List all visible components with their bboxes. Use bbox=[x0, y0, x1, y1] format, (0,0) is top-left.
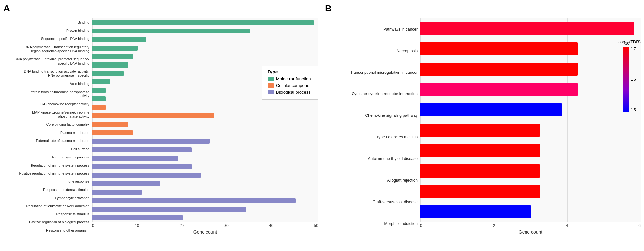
y-label-a: Positive regulation of immune system pro… bbox=[19, 171, 89, 176]
bar-row bbox=[92, 171, 318, 179]
panel-b-label: B bbox=[325, 3, 332, 14]
bar bbox=[92, 164, 192, 169]
y-axis-labels-a: BindingProtein bindingSequence-specific … bbox=[3, 18, 92, 235]
x-axis-b: 0246 bbox=[420, 222, 641, 228]
y-label-b: Pathways in cancer bbox=[383, 27, 418, 31]
panel-a: A BindingProtein bindingSequence-specifi… bbox=[0, 0, 322, 251]
bar-row bbox=[92, 129, 318, 137]
y-label-a: Response to stimulus bbox=[56, 212, 89, 216]
y-label-a: Sequence-specific DNA binding bbox=[41, 37, 89, 41]
panel-b: B Pathways in cancerNecroptosisTranscrip… bbox=[322, 0, 644, 251]
bar-row bbox=[92, 27, 318, 35]
bar-b bbox=[420, 144, 540, 157]
bar-row bbox=[92, 154, 318, 162]
chart-a-container: BindingProtein bindingSequence-specific … bbox=[3, 18, 318, 235]
x-axis-a: 01020304050 bbox=[92, 222, 318, 228]
bar-row bbox=[92, 213, 318, 222]
y-label-a: Immune response bbox=[62, 179, 89, 184]
x-title-b: Gene count bbox=[420, 229, 641, 235]
bar bbox=[92, 139, 210, 144]
x-tick-b: 0 bbox=[420, 223, 422, 228]
y-label-a: Actin binding bbox=[70, 82, 89, 86]
y-label-b: Allograft rejection bbox=[387, 178, 418, 183]
y-label-a: Core-binding factor complex bbox=[46, 122, 89, 127]
bar-b bbox=[420, 185, 540, 198]
y-label-b: Graft-versus-host disease bbox=[373, 200, 418, 204]
bars-and-x-a: 01020304050 Gene count bbox=[92, 18, 318, 235]
bar-row-b bbox=[420, 120, 641, 140]
y-label-a: Lymphocyte activation bbox=[55, 196, 90, 200]
bar bbox=[92, 54, 133, 59]
chart-b-container: Pathways in cancerNecroptosisTranscripti… bbox=[325, 18, 641, 235]
bar bbox=[92, 207, 246, 212]
bar bbox=[92, 46, 138, 51]
bar-row-b bbox=[420, 18, 641, 39]
x-tick: 20 bbox=[180, 223, 184, 228]
bar-row-b bbox=[420, 161, 641, 181]
bar bbox=[92, 37, 146, 42]
bar-row bbox=[92, 61, 318, 69]
bar-row bbox=[92, 44, 318, 52]
y-axis-labels-b: Pathways in cancerNecroptosisTranscripti… bbox=[325, 18, 420, 235]
bar-row-b bbox=[420, 59, 641, 79]
bar-row bbox=[92, 120, 318, 129]
x-tick-b: 6 bbox=[638, 223, 641, 228]
bar-row bbox=[92, 188, 318, 197]
bar bbox=[92, 88, 106, 93]
y-label-a: DNA-binding transcription activator acti… bbox=[24, 69, 89, 77]
bar-row bbox=[92, 205, 318, 213]
bar bbox=[92, 113, 214, 118]
bar-row-b bbox=[420, 39, 641, 59]
y-label-b: Type I diabetes mellitus bbox=[376, 135, 418, 139]
y-label-b: Autoimmune thyroid disease bbox=[368, 157, 418, 161]
y-label-b: Morphine addiction bbox=[384, 221, 418, 226]
bar bbox=[92, 156, 178, 161]
bar-b bbox=[420, 42, 578, 56]
bar-row bbox=[92, 35, 318, 44]
bar-row bbox=[92, 52, 318, 61]
bar-row bbox=[92, 196, 318, 205]
bar-b bbox=[420, 124, 540, 137]
bar bbox=[92, 215, 183, 220]
bar-b bbox=[420, 22, 634, 35]
y-label-a: RNA polymerase II transcription regulato… bbox=[25, 45, 89, 53]
bar bbox=[92, 190, 142, 195]
y-label-a: External side of plasma membrane bbox=[36, 139, 89, 143]
bar bbox=[92, 105, 106, 110]
bar-row-b bbox=[420, 79, 641, 100]
x-title-a: Gene count bbox=[92, 229, 318, 235]
bar-row bbox=[92, 162, 318, 171]
y-label-a: Regulation of leukocyte cell-cell adhesi… bbox=[26, 204, 89, 208]
bar bbox=[92, 122, 128, 127]
y-label-b: Chemokine signaling pathway bbox=[365, 113, 418, 118]
x-tick: 30 bbox=[224, 223, 228, 228]
bar-b bbox=[420, 164, 540, 178]
bar-row bbox=[92, 94, 318, 103]
panel-a-label: A bbox=[3, 3, 10, 14]
y-label-a: Protein tyrosine/threonine phosphataseac… bbox=[29, 90, 89, 98]
bar bbox=[92, 20, 314, 25]
x-tick: 10 bbox=[135, 223, 139, 228]
bar-row bbox=[92, 112, 318, 120]
bar-row-b bbox=[420, 181, 641, 201]
bar bbox=[92, 147, 192, 152]
bar-b bbox=[420, 83, 578, 96]
bar-b bbox=[420, 205, 531, 219]
y-label-a: Cell surface bbox=[71, 147, 89, 151]
bar-row bbox=[92, 103, 318, 112]
bar bbox=[92, 198, 296, 203]
bar-row-b bbox=[420, 100, 641, 120]
x-tick: 50 bbox=[314, 223, 318, 228]
bar-row-b bbox=[420, 201, 641, 222]
y-label-a: Response to other organism bbox=[46, 228, 89, 233]
bar-row bbox=[92, 69, 318, 78]
bar-row bbox=[92, 78, 318, 86]
bar bbox=[92, 96, 106, 101]
y-label-a: MAP kinase tyrosine/serine/threoninephos… bbox=[32, 110, 89, 118]
x-tick-b: 4 bbox=[566, 223, 568, 228]
bar-row bbox=[92, 179, 318, 188]
x-tick-b: 2 bbox=[493, 223, 495, 228]
bar bbox=[92, 29, 250, 33]
y-label-a: C-C chemokine receptor activity bbox=[40, 102, 89, 106]
y-label-a: Response to external stimulus bbox=[43, 188, 89, 192]
